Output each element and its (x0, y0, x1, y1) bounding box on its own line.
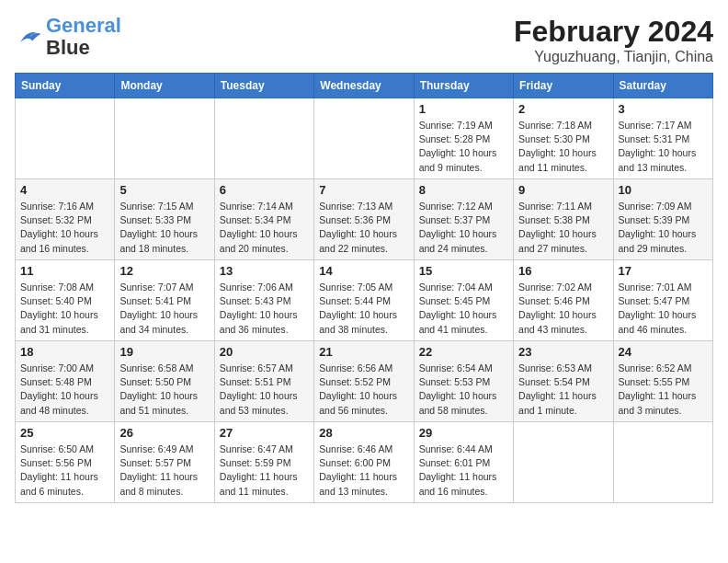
day-info: Sunrise: 7:08 AM Sunset: 5:40 PM Dayligh… (20, 281, 109, 337)
calendar-cell (514, 422, 613, 503)
weekday-header-friday: Friday (514, 74, 613, 98)
calendar-cell: 7Sunrise: 7:13 AM Sunset: 5:36 PM Daylig… (314, 179, 414, 260)
calendar-cell: 19Sunrise: 6:58 AM Sunset: 5:50 PM Dayli… (115, 341, 214, 422)
calendar-cell: 5Sunrise: 7:15 AM Sunset: 5:33 PM Daylig… (115, 179, 214, 260)
day-info: Sunrise: 7:11 AM Sunset: 5:38 PM Dayligh… (518, 200, 608, 256)
day-number: 14 (319, 264, 408, 278)
day-info: Sunrise: 6:58 AM Sunset: 5:50 PM Dayligh… (119, 362, 209, 418)
day-number: 10 (619, 183, 708, 197)
day-number: 2 (518, 102, 608, 116)
logo-text: General Blue (46, 15, 121, 59)
day-info: Sunrise: 7:14 AM Sunset: 5:34 PM Dayligh… (220, 200, 309, 256)
calendar-cell: 28Sunrise: 6:46 AM Sunset: 6:00 PM Dayli… (314, 422, 414, 503)
day-info: Sunrise: 7:15 AM Sunset: 5:33 PM Dayligh… (119, 200, 209, 256)
calendar-cell: 12Sunrise: 7:07 AM Sunset: 5:41 PM Dayli… (115, 260, 214, 341)
weekday-header-row: SundayMondayTuesdayWednesdayThursdayFrid… (16, 74, 713, 98)
day-info: Sunrise: 6:54 AM Sunset: 5:53 PM Dayligh… (419, 362, 508, 418)
calendar-cell: 4Sunrise: 7:16 AM Sunset: 5:32 PM Daylig… (16, 179, 115, 260)
calendar-cell: 27Sunrise: 6:47 AM Sunset: 5:59 PM Dayli… (214, 422, 313, 503)
day-number: 28 (319, 426, 408, 440)
day-number: 17 (619, 264, 708, 278)
day-number: 24 (619, 345, 708, 359)
day-number: 9 (518, 183, 608, 197)
day-info: Sunrise: 7:00 AM Sunset: 5:48 PM Dayligh… (20, 362, 109, 418)
day-info: Sunrise: 6:49 AM Sunset: 5:57 PM Dayligh… (119, 442, 209, 499)
calendar-cell: 3Sunrise: 7:17 AM Sunset: 5:31 PM Daylig… (613, 98, 712, 179)
calendar-cell (314, 98, 414, 179)
weekday-header-wednesday: Wednesday (314, 74, 414, 98)
day-number: 12 (119, 264, 209, 278)
calendar-cell: 26Sunrise: 6:49 AM Sunset: 5:57 PM Dayli… (115, 422, 214, 503)
day-info: Sunrise: 7:05 AM Sunset: 5:44 PM Dayligh… (319, 281, 408, 337)
calendar-week-1: 1Sunrise: 7:19 AM Sunset: 5:28 PM Daylig… (16, 98, 713, 179)
calendar-cell: 10Sunrise: 7:09 AM Sunset: 5:39 PM Dayli… (613, 179, 712, 260)
day-number: 19 (119, 345, 209, 359)
calendar-cell (613, 422, 712, 503)
calendar-cell: 8Sunrise: 7:12 AM Sunset: 5:37 PM Daylig… (414, 179, 513, 260)
calendar-week-5: 25Sunrise: 6:50 AM Sunset: 5:56 PM Dayli… (16, 422, 713, 503)
day-info: Sunrise: 7:01 AM Sunset: 5:47 PM Dayligh… (619, 281, 708, 337)
day-number: 3 (619, 102, 708, 116)
calendar-cell: 1Sunrise: 7:19 AM Sunset: 5:28 PM Daylig… (414, 98, 513, 179)
day-number: 16 (518, 264, 608, 278)
calendar-cell: 21Sunrise: 6:56 AM Sunset: 5:52 PM Dayli… (314, 341, 414, 422)
day-info: Sunrise: 6:56 AM Sunset: 5:52 PM Dayligh… (319, 362, 408, 418)
weekday-header-tuesday: Tuesday (214, 74, 313, 98)
day-number: 23 (518, 345, 608, 359)
day-info: Sunrise: 7:07 AM Sunset: 5:41 PM Dayligh… (119, 281, 209, 337)
calendar-cell: 11Sunrise: 7:08 AM Sunset: 5:40 PM Dayli… (16, 260, 115, 341)
day-number: 7 (319, 183, 408, 197)
calendar-cell (16, 98, 115, 179)
calendar-cell: 17Sunrise: 7:01 AM Sunset: 5:47 PM Dayli… (613, 260, 712, 341)
day-number: 22 (419, 345, 508, 359)
weekday-header-saturday: Saturday (613, 74, 712, 98)
day-info: Sunrise: 6:53 AM Sunset: 5:54 PM Dayligh… (518, 362, 608, 418)
logo-bird-icon (15, 23, 42, 51)
calendar-week-3: 11Sunrise: 7:08 AM Sunset: 5:40 PM Dayli… (16, 260, 713, 341)
calendar-cell: 20Sunrise: 6:57 AM Sunset: 5:51 PM Dayli… (214, 341, 313, 422)
day-info: Sunrise: 7:09 AM Sunset: 5:39 PM Dayligh… (619, 200, 708, 256)
calendar-header: SundayMondayTuesdayWednesdayThursdayFrid… (16, 74, 713, 98)
calendar-cell: 6Sunrise: 7:14 AM Sunset: 5:34 PM Daylig… (214, 179, 313, 260)
calendar-table: SundayMondayTuesdayWednesdayThursdayFrid… (15, 73, 713, 503)
day-info: Sunrise: 7:19 AM Sunset: 5:28 PM Dayligh… (419, 119, 508, 175)
calendar-cell: 2Sunrise: 7:18 AM Sunset: 5:30 PM Daylig… (514, 98, 613, 179)
calendar-cell: 13Sunrise: 7:06 AM Sunset: 5:43 PM Dayli… (214, 260, 313, 341)
day-info: Sunrise: 7:06 AM Sunset: 5:43 PM Dayligh… (220, 281, 309, 337)
day-info: Sunrise: 7:02 AM Sunset: 5:46 PM Dayligh… (518, 281, 608, 337)
calendar-cell: 22Sunrise: 6:54 AM Sunset: 5:53 PM Dayli… (414, 341, 513, 422)
day-info: Sunrise: 7:16 AM Sunset: 5:32 PM Dayligh… (20, 200, 109, 256)
calendar-cell: 18Sunrise: 7:00 AM Sunset: 5:48 PM Dayli… (16, 341, 115, 422)
day-number: 1 (419, 102, 508, 116)
day-number: 11 (20, 264, 109, 278)
day-number: 6 (220, 183, 309, 197)
calendar-week-4: 18Sunrise: 7:00 AM Sunset: 5:48 PM Dayli… (16, 341, 713, 422)
day-info: Sunrise: 6:52 AM Sunset: 5:55 PM Dayligh… (619, 362, 708, 418)
day-number: 8 (419, 183, 508, 197)
day-number: 5 (119, 183, 209, 197)
calendar-cell: 24Sunrise: 6:52 AM Sunset: 5:55 PM Dayli… (613, 341, 712, 422)
month-title: February 2024 (514, 15, 713, 49)
day-info: Sunrise: 6:57 AM Sunset: 5:51 PM Dayligh… (220, 362, 309, 418)
day-info: Sunrise: 7:12 AM Sunset: 5:37 PM Dayligh… (419, 200, 508, 256)
day-number: 18 (20, 345, 109, 359)
day-number: 20 (220, 345, 309, 359)
calendar-cell: 23Sunrise: 6:53 AM Sunset: 5:54 PM Dayli… (514, 341, 613, 422)
calendar-cell: 15Sunrise: 7:04 AM Sunset: 5:45 PM Dayli… (414, 260, 513, 341)
day-number: 4 (20, 183, 109, 197)
page-header: General Blue February 2024 Yuguzhuang, T… (15, 15, 713, 65)
day-info: Sunrise: 7:13 AM Sunset: 5:36 PM Dayligh… (319, 200, 408, 256)
weekday-header-monday: Monday (115, 74, 214, 98)
weekday-header-sunday: Sunday (16, 74, 115, 98)
day-number: 27 (220, 426, 309, 440)
day-number: 26 (119, 426, 209, 440)
logo: General Blue (15, 15, 121, 59)
location: Yuguzhuang, Tianjin, China (514, 49, 713, 65)
calendar-week-2: 4Sunrise: 7:16 AM Sunset: 5:32 PM Daylig… (16, 179, 713, 260)
calendar-cell: 14Sunrise: 7:05 AM Sunset: 5:44 PM Dayli… (314, 260, 414, 341)
day-number: 21 (319, 345, 408, 359)
calendar-cell (214, 98, 313, 179)
title-block: February 2024 Yuguzhuang, Tianjin, China (514, 15, 713, 65)
calendar-cell: 29Sunrise: 6:44 AM Sunset: 6:01 PM Dayli… (414, 422, 513, 503)
day-info: Sunrise: 6:44 AM Sunset: 6:01 PM Dayligh… (419, 442, 508, 499)
